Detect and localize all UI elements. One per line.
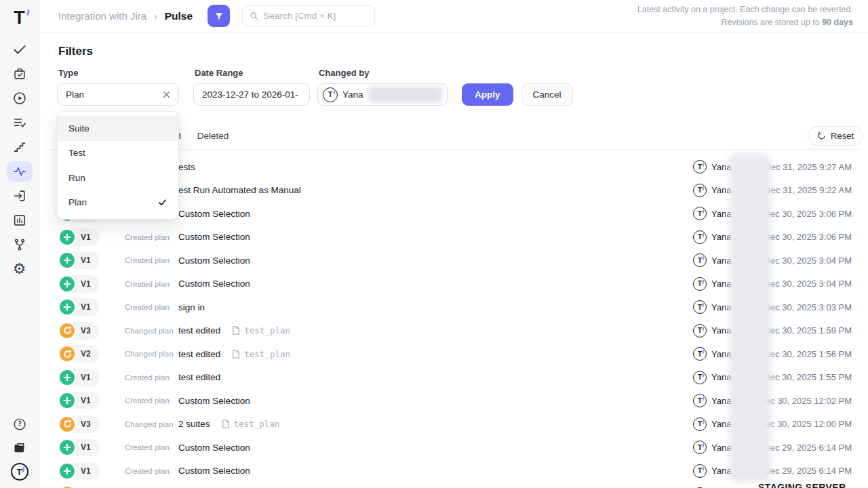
filter-row: Type Plan Date Range Changed by T Yana A… xyxy=(57,68,573,106)
dropdown-option-run[interactable]: Run xyxy=(58,165,178,190)
filter-toggle-button[interactable] xyxy=(208,5,230,27)
filters-title: Filters xyxy=(58,45,93,58)
type-label: Type xyxy=(58,68,193,78)
file-link[interactable]: test_plan xyxy=(231,349,290,359)
filter-group-date: Date Range xyxy=(193,68,317,106)
item-title: Custom Selection xyxy=(178,232,250,242)
breadcrumb-project[interactable]: Integration with Jira xyxy=(58,10,146,22)
search-box xyxy=(242,5,375,26)
file-link[interactable]: test_plan xyxy=(220,419,280,429)
filter-group-changed-by: Changed by T Yana xyxy=(317,68,462,106)
user-name: Yana xyxy=(711,443,731,453)
date-range-box xyxy=(193,83,310,106)
row-meta: TYanaDec 30, 2025 3:06 PM xyxy=(693,230,852,244)
sidebar-bottom: ? T xyxy=(12,416,28,488)
sidebar-item-results[interactable] xyxy=(12,115,28,131)
row-meta: TYanaDec 31, 2025 9:22 AM xyxy=(693,184,852,197)
dropdown-option-suite[interactable]: Suite xyxy=(58,116,178,141)
row-meta: TYana DDec 30, 2025 12:00 PM xyxy=(693,418,852,431)
item-title: Custom Selection xyxy=(178,443,250,453)
changed-by-label: Changed by xyxy=(319,68,462,78)
timestamp: Dec 31, 2025 9:27 AM xyxy=(764,162,852,172)
timestamp: Dec 30, 2025 1:59 PM xyxy=(764,325,852,336)
file-name: test_plan xyxy=(234,419,280,429)
tab-deleted[interactable]: Deleted xyxy=(197,131,229,141)
sidebar-item-steps[interactable] xyxy=(12,139,28,155)
import-icon xyxy=(12,188,27,203)
version-badge: V1 xyxy=(60,392,125,409)
sidebar-item-help[interactable]: ? xyxy=(12,416,28,432)
refresh-icon xyxy=(817,131,826,140)
dropdown-option-plan[interactable]: Plan xyxy=(58,190,178,216)
action-label: Created plan xyxy=(125,256,174,264)
file-name: test_plan xyxy=(244,325,290,336)
user-name: Yana xyxy=(711,302,731,312)
action-label: Created plan xyxy=(125,233,174,241)
list-check-icon xyxy=(12,115,27,130)
sidebar-item-account[interactable]: T xyxy=(12,464,28,480)
sidebar-item-branches[interactable] xyxy=(12,237,28,253)
reset-button[interactable]: Reset xyxy=(808,126,863,146)
item-title: 2 suites xyxy=(178,419,210,429)
item-title: est Run Automated as Manual xyxy=(178,185,301,195)
item-title: test edited xyxy=(178,372,220,382)
header: Integration with Jira › Pulse Latest act… xyxy=(39,0,868,33)
changed-by-select[interactable]: T Yana xyxy=(317,83,448,106)
version-badge: V1 xyxy=(60,439,125,456)
file-link[interactable]: test_plan xyxy=(231,325,290,336)
sidebar-item-pulse[interactable] xyxy=(7,161,33,182)
dropdown-option-test[interactable]: Test xyxy=(58,141,178,166)
type-select[interactable]: Plan xyxy=(57,83,179,106)
sidebar-item-analytics[interactable] xyxy=(12,212,28,228)
steps-icon xyxy=(12,140,27,155)
item-title: test edited xyxy=(178,349,220,359)
redacted-column-blur xyxy=(729,154,771,482)
redacted-name-blur xyxy=(368,86,442,103)
created-icon xyxy=(60,230,75,245)
search-icon xyxy=(250,11,258,21)
action-label: Created plan xyxy=(125,280,174,288)
sidebar-item-runs[interactable] xyxy=(12,90,28,106)
sidebar-item-test-plans[interactable] xyxy=(12,66,28,82)
search-input[interactable] xyxy=(263,11,368,21)
row-meta: TYanaDec 29, 2025 6:14 PM xyxy=(693,441,852,454)
app-logo[interactable]: T xyxy=(14,5,25,30)
cancel-button[interactable]: Cancel xyxy=(521,83,573,106)
item-title: Custom Selection xyxy=(178,256,250,266)
folder-icon xyxy=(12,441,27,455)
item-title: Custom Selection xyxy=(178,466,250,476)
date-range-input[interactable] xyxy=(194,89,309,100)
created-icon xyxy=(60,370,75,385)
changed-by-value: Yana xyxy=(342,89,363,100)
action-label: Created plan xyxy=(125,396,174,405)
sidebar-item-tests[interactable] xyxy=(12,41,28,58)
note-retention: 90 days xyxy=(822,18,853,27)
row-meta: TYanaDec 30, 2025 1:56 PM xyxy=(693,347,852,361)
sidebar-item-import[interactable] xyxy=(12,188,28,204)
version-badge: V3 xyxy=(60,322,125,340)
activity-row[interactable]: T xyxy=(49,483,852,488)
user-name: Yana xyxy=(711,162,731,172)
sidebar-item-projects[interactable] xyxy=(12,440,28,456)
version-badge: V1 xyxy=(60,462,125,480)
note-line2: Revisions are stored up to xyxy=(721,18,822,27)
clear-icon[interactable] xyxy=(163,91,170,98)
environment-label: STAGING SERVER xyxy=(758,482,846,488)
account-avatar: T xyxy=(11,463,28,481)
sidebar-item-settings[interactable]: ⚙ xyxy=(12,261,28,277)
breadcrumb-page: Pulse xyxy=(165,10,193,22)
check-icon xyxy=(157,197,167,207)
row-meta: TYanaDec 30, 2025 1:59 PM xyxy=(693,324,852,338)
pulse-icon xyxy=(12,164,27,179)
check-icon xyxy=(12,42,27,57)
sidebar: T ⚙ ? xyxy=(0,0,39,488)
breadcrumb: Integration with Jira › Pulse xyxy=(58,10,193,22)
timestamp: Dec 30, 2025 3:06 PM xyxy=(764,232,852,242)
apply-button[interactable]: Apply xyxy=(462,83,513,106)
created-icon xyxy=(60,464,75,479)
version-badge: V1 xyxy=(60,275,125,293)
file-name: test_plan xyxy=(244,349,290,359)
timestamp: Dec 30, 2025 12:02 PM xyxy=(759,396,852,406)
action-label: Created plan xyxy=(125,373,174,382)
row-meta: TYanaDec 30, 2025 3:06 PM xyxy=(693,207,852,220)
